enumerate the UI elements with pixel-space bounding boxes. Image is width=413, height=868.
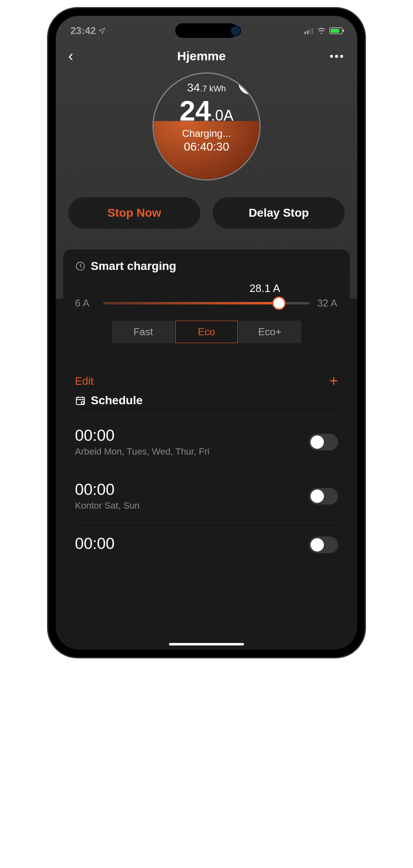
svg-rect-0 [246,79,253,87]
slider-row: 6 A 32 A [75,297,338,309]
home-indicator[interactable] [169,643,244,645]
slider-min-label: 6 A [75,297,96,309]
schedule-time: 00:00 [75,535,114,553]
amp-slider-container: 28.1 A 6 A 32 A [75,282,338,309]
schedule-days: Arbeid Mon, Tues, Wed, Thur, Fri [75,446,209,457]
svg-point-3 [81,401,84,404]
schedule-item-info: 00:00 [75,535,114,554]
action-row: Stop Now Delay Stop [56,181,357,250]
schedule-time: 00:00 [75,481,139,499]
phone-screen: 23:42 ‹ Hjemme ••• [56,16,357,650]
schedule-time: 00:00 [75,427,209,445]
slider-max-label: 32 A [317,297,338,309]
charging-timer: 06:40:30 [184,140,229,153]
mode-eco-button[interactable]: Eco [175,321,238,343]
more-button[interactable]: ••• [330,50,345,63]
slider-handle[interactable] [272,297,286,310]
charge-check-badge [239,72,261,94]
schedule-title-row: Schedule [75,394,338,415]
amp-slider[interactable] [103,302,310,304]
gauge-container: 34.7 kWh 24.0A Charging... 06:40:30 [56,72,357,181]
svg-rect-2 [76,397,85,404]
amps-minor: .0A [211,107,234,124]
schedule-add-button[interactable]: + [329,372,338,390]
schedule-days: Kontor Sat, Sun [75,500,139,511]
phone-frame: 23:42 ‹ Hjemme ••• [48,8,365,657]
schedule-card: Edit + Schedule 00:00 Arbeid Mon, Tues, … [63,362,350,576]
slider-fill [103,302,279,304]
amps-major: 24 [179,95,211,126]
schedule-toggle[interactable] [309,537,338,553]
current-value: 24.0A [179,94,234,127]
schedule-edit-button[interactable]: Edit [75,375,94,388]
mode-fast-button[interactable]: Fast [112,321,174,343]
energy-value: 34.7 kWh [187,81,226,94]
charging-status-text: Charging... [182,128,231,139]
charging-check-icon [244,77,256,89]
kwh-minor: .7 kWh [200,84,226,93]
kwh-major: 34 [187,81,200,94]
schedule-item-info: 00:00 Kontor Sat, Sun [75,481,139,511]
slider-current-value: 28.1 A [192,282,338,295]
schedule-item[interactable]: 00:00 [75,523,338,566]
smart-charging-title: Smart charging [91,260,176,273]
battery-icon [329,27,343,34]
app-header: ‹ Hjemme ••• [56,40,357,72]
delay-stop-button[interactable]: Delay Stop [213,197,345,229]
back-button[interactable]: ‹ [68,47,73,65]
schedule-item[interactable]: 00:00 Arbeid Mon, Tues, Wed, Thur, Fri [75,415,338,469]
mode-selector: Fast Eco Eco+ [75,321,338,343]
schedule-toggle[interactable] [309,488,338,504]
stop-now-button[interactable]: Stop Now [68,197,200,229]
schedule-toggle[interactable] [309,434,338,450]
schedule-title: Schedule [91,394,142,407]
dynamic-island [175,23,238,38]
toggle-knob [311,538,324,551]
smart-charging-header: Smart charging [75,260,338,273]
charging-gauge: 34.7 kWh 24.0A Charging... 06:40:30 [152,72,261,181]
schedule-item[interactable]: 00:00 Kontor Sat, Sun [75,469,338,523]
toggle-knob [311,435,324,449]
mode-ecoplus-button[interactable]: Eco+ [239,321,301,343]
toggle-knob [311,490,324,503]
schedule-item-info: 00:00 Arbeid Mon, Tues, Wed, Thur, Fri [75,427,209,457]
schedule-header-row: Edit + [75,372,338,390]
smart-charging-card: Smart charging 28.1 A 6 A 32 A Fast Eco … [63,250,350,353]
smart-charging-icon [75,261,86,272]
page-title: Hjemme [73,49,330,63]
calendar-icon [75,395,86,406]
